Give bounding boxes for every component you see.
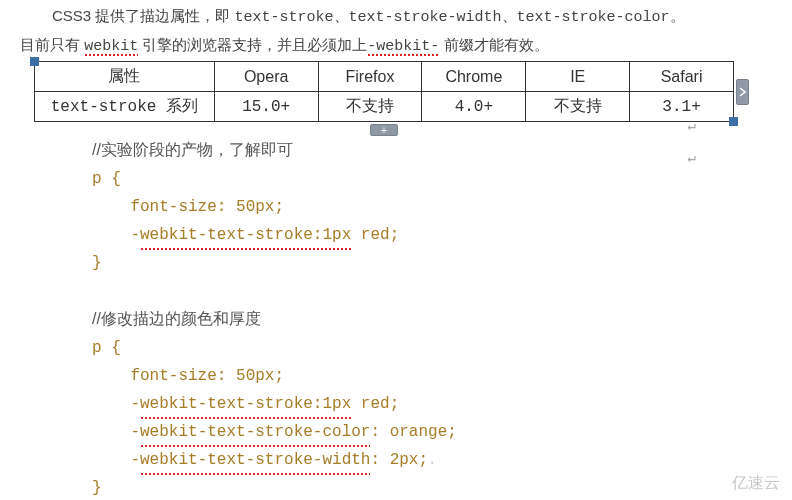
intro-1c: 。 bbox=[670, 7, 685, 24]
th-chrome: Chrome bbox=[422, 62, 526, 92]
td-firefox: 不支持 bbox=[318, 92, 422, 122]
code-close-brace-1: } bbox=[92, 254, 102, 272]
table-row: text-stroke 系列 15.0+ 不支持 4.0+ 不支持 3.1+ bbox=[35, 92, 734, 122]
code-open-brace-1: { bbox=[111, 170, 121, 188]
chevron-right-icon bbox=[739, 87, 746, 97]
intro-1b-code: text-stroke、text-stroke-width、text-strok… bbox=[235, 9, 670, 26]
intro-2b-webkit: webkit bbox=[84, 38, 138, 55]
code-line-2d-pre: - bbox=[130, 451, 140, 469]
td-safari: 3.1+ bbox=[630, 92, 734, 122]
intro-1a: CSS3 提供了描边属性，即 bbox=[52, 7, 235, 24]
code-line-2d-post: : 2px; bbox=[370, 451, 428, 469]
th-prop: 属性 bbox=[35, 62, 215, 92]
code-block: //实验阶段的产物，了解即可 p { font-size: 50px; -web… bbox=[92, 136, 772, 500]
code-indent bbox=[92, 367, 130, 385]
code-close-brace-2: } bbox=[92, 479, 102, 497]
code-line-2d-wavy: webkit-text-stroke-width bbox=[140, 446, 370, 474]
code-line-1b-post: red; bbox=[351, 226, 399, 244]
code-line-2c-pre: - bbox=[130, 423, 140, 441]
td-prop: text-stroke 系列 bbox=[35, 92, 215, 122]
code-comment-2: //修改描边的颜色和厚度 bbox=[92, 310, 261, 327]
intro-2e: 前缀才能有效。 bbox=[439, 36, 548, 53]
code-open-brace-2: { bbox=[111, 339, 121, 357]
code-sel-2: p bbox=[92, 339, 111, 357]
whitespace-dot-icon: . bbox=[428, 452, 436, 468]
td-opera: 15.0+ bbox=[214, 92, 318, 122]
add-column-handle[interactable] bbox=[736, 79, 749, 105]
code-line-2b-pre: - bbox=[130, 395, 140, 413]
code-indent bbox=[92, 451, 130, 469]
intro-2c: 引擎的浏览器支持，并且必须加上 bbox=[138, 36, 367, 53]
compat-table-wrap: 属性 Opera Firefox Chrome IE Safari text-s… bbox=[34, 61, 734, 122]
code-line-2a: font-size: 50px; bbox=[130, 367, 284, 385]
code-line-2c-post: : orange; bbox=[370, 423, 456, 441]
selection-handle-br[interactable] bbox=[729, 117, 738, 126]
code-sel-1: p bbox=[92, 170, 111, 188]
page-root: CSS3 提供了描边属性，即 text-stroke、text-stroke-w… bbox=[0, 0, 792, 500]
compat-table: 属性 Opera Firefox Chrome IE Safari text-s… bbox=[34, 61, 734, 122]
code-indent bbox=[92, 226, 130, 244]
table-row: 属性 Opera Firefox Chrome IE Safari bbox=[35, 62, 734, 92]
paragraph-mark-icon: ↵ bbox=[688, 117, 696, 134]
paragraph-mark-icon: ↵ bbox=[688, 149, 696, 166]
code-line-2b-wavy: webkit-text-stroke:1px bbox=[140, 390, 351, 418]
code-indent bbox=[92, 198, 130, 216]
code-indent bbox=[92, 423, 130, 441]
intro-text: CSS3 提供了描边属性，即 text-stroke、text-stroke-w… bbox=[20, 2, 772, 60]
th-safari: Safari bbox=[630, 62, 734, 92]
code-indent bbox=[92, 395, 130, 413]
code-line-1b-wavy: webkit-text-stroke:1px bbox=[140, 221, 351, 249]
th-firefox: Firefox bbox=[318, 62, 422, 92]
plus-icon: + bbox=[381, 125, 387, 136]
watermark: 亿速云 bbox=[732, 473, 780, 494]
intro-2a: 目前只有 bbox=[20, 36, 84, 53]
th-opera: Opera bbox=[214, 62, 318, 92]
code-line-2b-post: red; bbox=[351, 395, 399, 413]
code-comment-1: //实验阶段的产物，了解即可 bbox=[92, 141, 293, 158]
code-line-1b-pre: - bbox=[130, 226, 140, 244]
selection-handle-tl[interactable] bbox=[30, 57, 39, 66]
intro-2d-prefix: -webkit- bbox=[367, 38, 439, 55]
th-ie: IE bbox=[526, 62, 630, 92]
add-row-handle[interactable]: + bbox=[370, 124, 398, 136]
code-line-1a: font-size: 50px; bbox=[130, 198, 284, 216]
code-line-2c-wavy: webkit-text-stroke-color bbox=[140, 418, 370, 446]
td-ie: 不支持 bbox=[526, 92, 630, 122]
td-chrome: 4.0+ bbox=[422, 92, 526, 122]
